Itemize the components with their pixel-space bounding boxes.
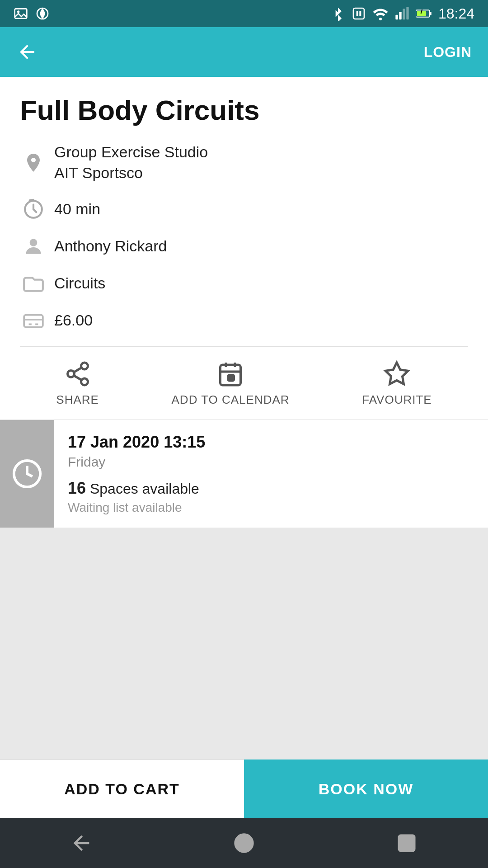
clock-icon — [11, 458, 43, 490]
share-button[interactable]: SHARE — [56, 360, 99, 407]
svg-rect-5 — [395, 15, 398, 20]
svg-rect-3 — [353, 8, 364, 19]
share-icon — [64, 360, 91, 387]
circle-icon — [35, 6, 50, 21]
category-row: Circuits — [20, 272, 468, 295]
app-bar: LOGIN — [0, 27, 488, 77]
price-row: £6.00 — [20, 309, 468, 332]
duration-text: 40 min — [54, 199, 100, 220]
svg-rect-8 — [406, 7, 408, 19]
svg-point-14 — [30, 239, 38, 246]
action-row: SHARE ADD TO CALENDAR FAVOURITE — [20, 346, 468, 420]
person-icon — [20, 235, 47, 258]
schedule-icon-col — [0, 420, 54, 528]
nav-recents-button[interactable] — [395, 831, 418, 855]
status-bar: 18:24 — [0, 0, 488, 27]
svg-rect-6 — [399, 12, 401, 19]
login-button[interactable]: LOGIN — [424, 44, 472, 61]
location-row: Group Exercise Studio AIT Sportsco — [20, 142, 468, 184]
instructor-row: Anthony Rickard — [20, 235, 468, 258]
svg-rect-0 — [15, 9, 27, 18]
svg-rect-15 — [24, 315, 43, 327]
add-to-cart-button[interactable]: ADD TO CART — [0, 760, 244, 818]
schedule-date: 17 Jan 2020 13:15 — [68, 433, 474, 452]
instructor-text: Anthony Rickard — [54, 236, 167, 257]
category-text: Circuits — [54, 273, 105, 294]
svg-point-31 — [235, 835, 253, 852]
svg-rect-10 — [430, 12, 432, 15]
favourite-label: FAVOURITE — [362, 393, 432, 407]
schedule-day: Friday — [68, 454, 474, 470]
nfc-icon — [352, 6, 366, 21]
svg-rect-7 — [403, 9, 405, 19]
spaces-count: 16 — [68, 479, 86, 497]
location-text: Group Exercise Studio AIT Sportsco — [54, 142, 208, 184]
svg-line-23 — [74, 368, 81, 372]
status-time: 18:24 — [438, 5, 474, 22]
favourite-button[interactable]: FAVOURITE — [362, 360, 432, 407]
nav-bar — [0, 818, 488, 868]
status-bar-right-icons: 18:24 — [331, 5, 474, 22]
svg-line-22 — [74, 376, 81, 380]
duration-row: 40 min — [20, 198, 468, 221]
svg-point-19 — [81, 363, 88, 369]
svg-marker-29 — [385, 363, 408, 384]
image-icon — [14, 6, 28, 21]
nav-recents-icon — [395, 831, 418, 855]
nav-back-button[interactable] — [70, 831, 93, 855]
svg-point-1 — [17, 10, 19, 13]
status-bar-left-icons — [14, 6, 50, 21]
content-filler — [0, 528, 488, 760]
wifi-icon — [372, 5, 389, 22]
battery-icon — [416, 6, 432, 21]
nav-home-icon — [232, 831, 256, 855]
bluetooth-icon — [331, 6, 345, 21]
schedule-spaces: 16 Spaces available — [68, 479, 474, 498]
svg-point-4 — [379, 18, 382, 20]
schedule-card: 17 Jan 2020 13:15 Friday 16 Spaces avail… — [0, 420, 488, 528]
add-to-calendar-button[interactable]: ADD TO CALENDAR — [172, 360, 290, 407]
price-text: £6.00 — [54, 310, 93, 331]
star-icon — [383, 360, 410, 387]
spaces-label: Spaces available — [90, 481, 199, 497]
share-label: SHARE — [56, 393, 99, 407]
svg-rect-28 — [228, 375, 234, 381]
price-icon — [20, 309, 47, 332]
duration-icon — [20, 198, 47, 221]
nav-back-icon — [70, 831, 93, 855]
svg-point-21 — [81, 378, 88, 385]
folder-icon — [20, 272, 47, 295]
svg-rect-32 — [399, 835, 415, 851]
back-button[interactable] — [16, 41, 38, 63]
calendar-icon — [217, 360, 244, 387]
bottom-bar: ADD TO CART BOOK NOW — [0, 760, 488, 818]
svg-point-20 — [67, 370, 74, 377]
schedule-info: 17 Jan 2020 13:15 Friday 16 Spaces avail… — [54, 420, 488, 528]
add-to-calendar-label: ADD TO CALENDAR — [172, 393, 290, 407]
waiting-list: Waiting list available — [68, 500, 474, 515]
class-title: Full Body Circuits — [20, 95, 468, 126]
location-icon — [20, 152, 47, 174]
book-now-button[interactable]: BOOK NOW — [244, 760, 488, 818]
main-content: Full Body Circuits Group Exercise Studio… — [0, 77, 488, 420]
nav-home-button[interactable] — [232, 831, 256, 855]
signal-icon — [395, 6, 409, 21]
